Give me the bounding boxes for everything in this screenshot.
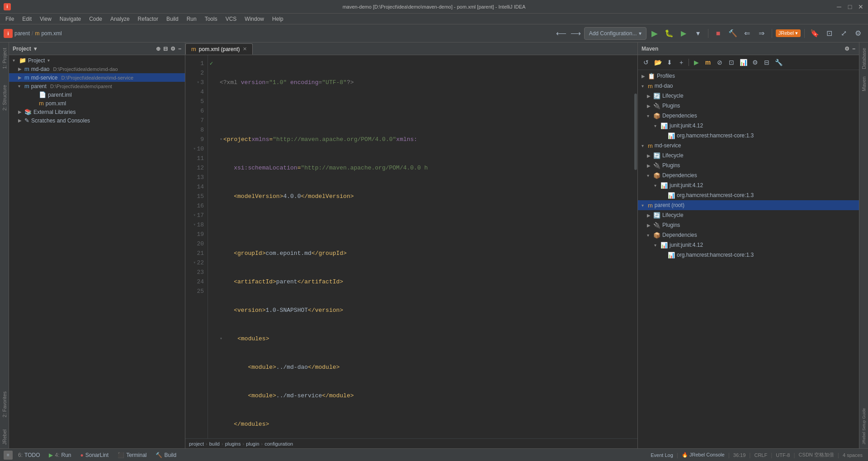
bottom-tab-run[interactable]: ▶ 4: Run	[45, 451, 75, 459]
status-event-log[interactable]: Event Log	[649, 452, 675, 458]
tree-item-ext-libs[interactable]: ▶ 📚 External Libraries	[9, 108, 185, 116]
maven-item-md-dao[interactable]: ▾ m md-dao	[638, 81, 859, 91]
maven-item-mdsvc-junit[interactable]: ▾ 📊 junit:junit:4.12	[638, 180, 859, 190]
project-panel-minimize-icon[interactable]: −	[178, 46, 181, 52]
fold-gutter-17[interactable]: ▾	[193, 211, 196, 220]
tree-item-scratches[interactable]: ▶ ✎ Scratches and Consoles	[9, 116, 185, 125]
maven-item-mddao-hamcrest[interactable]: ▶ 📊 org.hamcrest:hamcrest-core:1.3	[638, 131, 859, 141]
add-configuration-button[interactable]: Add Configuration... ▾	[584, 27, 646, 40]
maven-download-btn[interactable]: ⬇	[664, 57, 675, 68]
scrollbar-thumb[interactable]	[634, 94, 637, 170]
settings-toolbar-button[interactable]: ⚙	[852, 27, 864, 40]
tree-item-parent-iml[interactable]: ▶ 📄 parent.iml	[9, 90, 185, 99]
sidebar-tab-maven[interactable]: Maven	[859, 73, 868, 95]
maven-item-mddao-lifecycle[interactable]: ▶ 🔄 Lifecycle	[638, 91, 859, 101]
status-jrebel-console[interactable]: 🔥 JRebel Console	[680, 452, 726, 458]
bottom-hamburger-button[interactable]: ≡	[4, 451, 13, 460]
maven-item-mddao-plugins[interactable]: ▶ 🔌 Plugins	[638, 101, 859, 111]
status-encoding[interactable]: UTF-8	[774, 452, 792, 458]
jrebel-button[interactable]: JRebel ▾	[776, 29, 801, 37]
fold-icon-3[interactable]: ▾	[220, 135, 222, 144]
project-panel-settings-icon[interactable]: ⚙	[170, 46, 175, 52]
tree-item-md-service[interactable]: ▶ m md-service D:\Project\idea\demo\md-s…	[9, 73, 185, 82]
breadcrumb-project[interactable]: project	[189, 441, 204, 447]
maven-show-deps-btn[interactable]: 📊	[738, 57, 749, 68]
bottom-tab-build[interactable]: 🔨 Build	[152, 451, 180, 459]
nav-forward-button[interactable]: ⟶	[570, 27, 582, 40]
sidebar-tab-project[interactable]: 1: Project	[0, 44, 9, 72]
maven-item-mdsvc-lifecycle[interactable]: ▶ 🔄 Lifecycle	[638, 151, 859, 160]
run-with-coverage-button[interactable]: ▶	[677, 27, 690, 40]
sidebar-tab-structure[interactable]: 2: Structure	[0, 81, 9, 114]
code-editor[interactable]: <?xml version="1.0" encoding="UTF-8"?> ▾…	[214, 55, 634, 438]
breadcrumb-plugins[interactable]: plugins	[225, 441, 241, 447]
tree-dropdown-project[interactable]: ▾	[47, 58, 50, 63]
maven-item-parent-junit[interactable]: ▾ 📊 junit:junit:4.12	[638, 240, 859, 250]
breadcrumb-parent[interactable]: parent	[14, 30, 30, 37]
close-button[interactable]: ✕	[857, 3, 864, 10]
sidebar-tab-database[interactable]: Database	[859, 44, 868, 73]
layout-button[interactable]: ⊡	[823, 27, 835, 40]
menu-navigate[interactable]: Navigate	[56, 15, 85, 23]
maven-toggle-offline-btn[interactable]: ⊡	[726, 57, 737, 68]
maven-item-parent-hamcrest[interactable]: ▶ 📊 org.hamcrest:hamcrest-core:1.3	[638, 250, 859, 260]
tree-item-project[interactable]: ▾ 📁 Project ▾	[9, 56, 185, 65]
editor-scrollbar[interactable]	[634, 55, 637, 438]
breadcrumb-plugin[interactable]: plugin	[246, 441, 259, 447]
project-panel-sync-icon[interactable]: ⊕	[156, 46, 160, 52]
sidebar-tab-jrebel-setup[interactable]: JRebel Setup Guide	[860, 405, 868, 448]
maven-item-mddao-junit[interactable]: ▾ 📊 junit:junit:4.12	[638, 121, 859, 131]
nav-prev-button[interactable]: ⇐	[741, 27, 754, 40]
debug-button[interactable]: 🐛	[663, 27, 675, 40]
tab-close-pom[interactable]: ✕	[243, 46, 247, 52]
fold-gutter-22[interactable]: ▾	[193, 258, 196, 268]
bottom-tab-sonarlint[interactable]: ● SonarLint	[77, 451, 113, 459]
maven-minimize-icon[interactable]: −	[852, 46, 855, 52]
tree-item-md-dao[interactable]: ▶ m md-dao D:\Project\idea\demo\md-dao	[9, 65, 185, 73]
breadcrumb-build[interactable]: build	[209, 441, 220, 447]
rebuild-button[interactable]: 🔨	[726, 27, 739, 40]
breadcrumb-configuration[interactable]: configuration	[264, 441, 293, 447]
maven-item-parent-lifecycle[interactable]: ▶ 🔄 Lifecycle	[638, 210, 859, 220]
tree-item-parent[interactable]: ▾ m parent D:\Project\idea\demo\parent	[9, 82, 185, 90]
fold-icon-10[interactable]: ▾	[220, 334, 222, 343]
maven-item-parent-plugins[interactable]: ▶ 🔌 Plugins	[638, 220, 859, 230]
status-crlf[interactable]: CRLF	[752, 452, 769, 458]
maven-item-mdsvc-deps[interactable]: ▾ 📦 Dependencies	[638, 170, 859, 180]
fold-gutter-10[interactable]: ▾	[193, 144, 196, 154]
breadcrumb-file[interactable]: pom.xml	[41, 30, 61, 37]
maven-settings2-btn[interactable]: ⚙	[750, 57, 760, 68]
menu-file[interactable]: File	[2, 15, 18, 23]
maven-item-profiles[interactable]: ▶ 📋 Profiles	[638, 71, 859, 81]
project-panel-dropdown-icon[interactable]: ▾	[34, 46, 37, 52]
maven-m-btn[interactable]: m	[703, 57, 713, 68]
maven-item-mddao-deps[interactable]: ▾ 📦 Dependencies	[638, 111, 859, 121]
menu-tools[interactable]: Tools	[201, 15, 221, 23]
nav-next-button[interactable]: ⇒	[755, 27, 768, 40]
fold-gutter-3[interactable]: ▾	[197, 78, 199, 87]
menu-build[interactable]: Build	[163, 15, 182, 23]
menu-help[interactable]: Help	[269, 15, 287, 23]
editor-tab-pom[interactable]: m pom.xml (parent) ✕	[185, 43, 253, 55]
maven-settings-icon[interactable]: ⚙	[844, 46, 849, 52]
maven-refresh-btn[interactable]: ↺	[641, 57, 651, 68]
fold-gutter-18[interactable]: ▾	[193, 220, 196, 230]
sidebar-tab-jrebel[interactable]: JRebel	[0, 426, 9, 448]
bottom-tab-todo[interactable]: 6: TODO	[14, 451, 43, 459]
maven-item-parent[interactable]: ▾ m parent (root)	[638, 200, 859, 210]
more-run-options-button[interactable]: ▾	[692, 27, 704, 40]
maximize-button[interactable]: □	[846, 3, 854, 10]
minimize-button[interactable]: ─	[835, 3, 843, 10]
menu-vcs[interactable]: VCS	[222, 15, 241, 23]
menu-edit[interactable]: Edit	[19, 15, 35, 23]
maven-item-parent-deps[interactable]: ▾ 📦 Dependencies	[638, 230, 859, 240]
sidebar-tab-favorites[interactable]: 2: Favorites	[0, 388, 9, 421]
bottom-tab-terminal[interactable]: ⬛ Terminal	[114, 451, 150, 459]
maven-run-btn[interactable]: ▶	[691, 57, 702, 68]
menu-analyze[interactable]: Analyze	[107, 15, 133, 23]
stop-button[interactable]: ■	[712, 27, 725, 40]
project-panel-collapse-icon[interactable]: ⊟	[163, 46, 168, 52]
tree-item-pom-xml[interactable]: ▶ m pom.xml	[9, 99, 185, 108]
maven-item-md-service[interactable]: ▾ m md-service	[638, 141, 859, 151]
maven-open-btn[interactable]: 📂	[652, 57, 663, 68]
